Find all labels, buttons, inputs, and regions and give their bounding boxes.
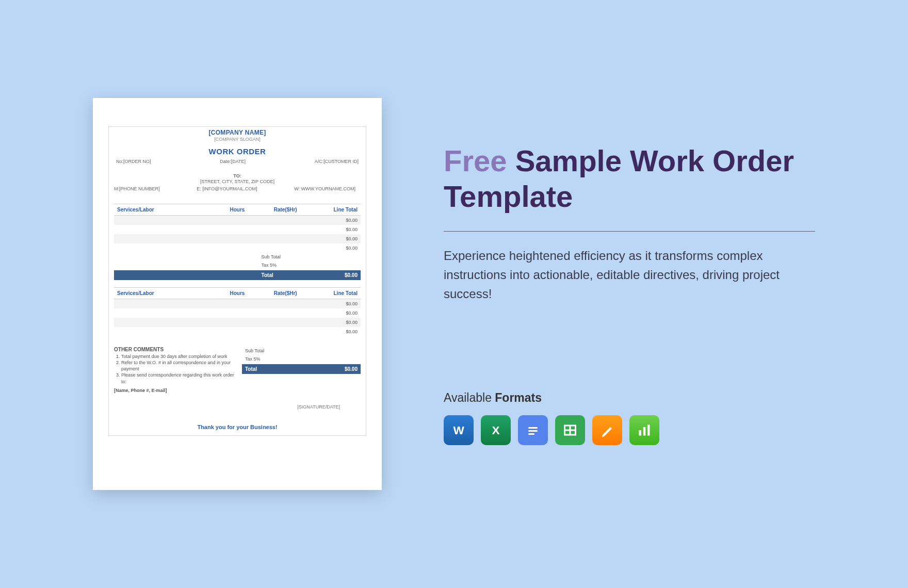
to-address: [STREET, CITY, STATE, ZIP CODE] [114,179,361,184]
excel-icon[interactable]: X [481,415,511,445]
order-meta-row: No:[ORDER NO] Date:[DATE] A/C:[CUSTOMER … [114,159,361,164]
formats-label-1: Available [444,391,495,404]
formats-label: Available Formats [444,391,815,405]
description: Experience heightened efficiency as it t… [444,246,815,304]
svg-rect-3 [528,430,538,432]
thank-you: Thank you for your Business! [114,424,361,430]
table-row: $0.00 [114,308,361,318]
svg-text:W: W [453,424,464,437]
col-hours: Hours [213,207,261,213]
total-bar: Total$0.00 [114,270,361,280]
contact-row: M:[PHONE NUMBER] E: [INFO@YOURMAIL.COM] … [114,186,361,191]
table-header: Services/Labor Hours Rate($Hr) Line Tota… [114,204,361,216]
comments-list: Total payment due 30 days after completi… [114,353,236,385]
comments-totals-block: OTHER COMMENTS Total payment due 30 days… [114,347,361,393]
comment-item: Total payment due 30 days after completi… [121,353,236,360]
order-ac: A/C:[CUSTOMER ID] [315,159,359,164]
subtotal-row: Sub Total [114,253,361,261]
services-table-2: Services/Labor Hours Rate($Hr) Line Tota… [114,287,361,336]
page-title: Free Sample Work Order Template [444,143,815,215]
table-header: Services/Labor Hours Rate($Hr) Line Tota… [114,287,361,299]
order-no: No:[ORDER NO] [116,159,151,164]
col-services: Services/Labor [117,207,213,213]
tax-row: Tax 5% [242,355,361,363]
google-docs-icon[interactable] [518,415,548,445]
format-icons-row: W X [444,415,815,445]
to-block: TO: [STREET, CITY, STATE, ZIP CODE] [114,173,361,184]
signature-line: [SIGNATURE/DATE] [114,404,361,410]
doc-border: [COMPANY NAME] [COMPANY SLOGAN] WORK ORD… [108,126,366,436]
subtotal-row: Sub Total [242,347,361,355]
document-preview: [COMPANY NAME] [COMPANY SLOGAN] WORK ORD… [93,98,382,490]
col-rate: Rate($Hr) [262,207,310,213]
order-date: Date:[DATE] [220,159,246,164]
contact-web: W: WWW.YOURNAME.COM] [294,186,355,191]
svg-text:X: X [492,424,499,437]
table-row: $0.00 [114,327,361,336]
col-services: Services/Labor [117,290,213,296]
pages-icon[interactable] [592,415,622,445]
contact-phone: M:[PHONE NUMBER] [114,186,160,191]
title-divider [444,231,815,232]
work-order-title: WORK ORDER [114,147,361,156]
services-table-1: Services/Labor Hours Rate($Hr) Line Tota… [114,204,361,280]
svg-rect-2 [528,427,538,429]
info-panel: Free Sample Work Order Template Experien… [444,143,815,446]
second-totals: Sub Total Tax 5% Total$0.00 [242,347,361,393]
google-sheets-icon[interactable] [555,415,585,445]
formats-label-2: Formats [495,391,542,404]
table-row: $0.00 [114,225,361,234]
company-slogan: [COMPANY SLOGAN] [114,137,361,142]
name-placeholder: [Name, Phone #, E-mail] [114,388,236,393]
table-row: $0.00 [114,234,361,243]
title-free: Free [444,144,507,177]
contact-email: E: [INFO@YOURMAIL.COM] [197,186,257,191]
table-row: $0.00 [114,299,361,308]
svg-rect-8 [639,430,642,436]
to-label: TO: [114,173,361,178]
svg-rect-4 [528,433,534,435]
comments-heading: OTHER COMMENTS [114,347,236,352]
table-row: $0.00 [114,318,361,327]
comment-item: Refer to the W.O. # in all correspondenc… [121,360,236,372]
comment-item: Please send correspondence regarding thi… [121,372,236,384]
table-row: $0.00 [114,216,361,225]
col-linetotal: Line Total [310,290,358,296]
svg-rect-9 [643,427,646,436]
table-row: $0.00 [114,243,361,253]
word-icon[interactable]: W [444,415,474,445]
total-bar: Total$0.00 [242,364,361,374]
numbers-icon[interactable] [629,415,659,445]
col-rate: Rate($Hr) [262,290,310,296]
tax-row: Tax 5% [114,261,361,269]
col-hours: Hours [213,290,261,296]
svg-rect-10 [647,425,650,436]
company-name: [COMPANY NAME] [114,129,361,136]
comments-block: OTHER COMMENTS Total payment due 30 days… [114,347,236,393]
col-linetotal: Line Total [310,207,358,213]
